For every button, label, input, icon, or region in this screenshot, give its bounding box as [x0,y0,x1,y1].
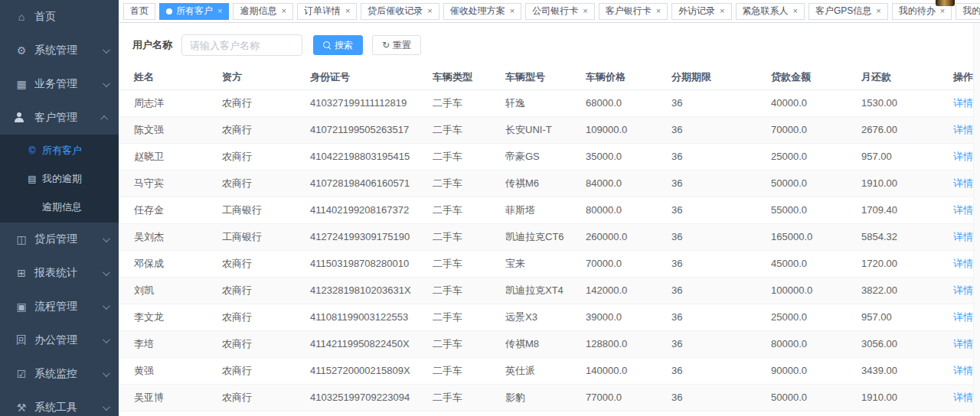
table-scrollbar-gutter[interactable] [973,23,980,416]
close-tab-icon[interactable]: × [656,7,661,15]
detail-link[interactable]: 详情 [953,177,973,189]
cell-term: 36 [656,277,756,304]
cell-id_number: 412724199309175190 [295,223,417,250]
detail-link[interactable]: 详情 [953,284,973,296]
sidebar-item-label: 贷后管理 [34,232,103,246]
tab-4[interactable]: 贷后催收记录× [361,3,439,20]
cell-vehicle_price: 70000.0 [570,250,656,277]
cell-name: 吴亚博 [119,384,207,411]
sidebar-item-label: 系统监控 [34,367,103,381]
sidebar-subitem-0[interactable]: ©所有客户 [0,136,119,164]
cell-name: 周志洋 [119,89,207,116]
detail-link[interactable]: 详情 [953,392,973,403]
sidebar-item-1[interactable]: ⚙系统管理 [0,34,119,67]
close-tab-icon[interactable]: × [427,7,432,15]
tab-8[interactable]: 外访记录× [671,3,731,20]
cell-loan_amount: 45000.0 [756,250,846,277]
cell-vehicle_model: 英仕派 [490,357,570,384]
tab-2[interactable]: 逾期信息× [233,3,292,20]
close-tab-icon[interactable]: × [720,7,724,15]
cell-bank: 农商行 [207,357,295,384]
close-tab-icon[interactable]: × [281,7,286,15]
detail-link[interactable]: 详情 [953,97,973,109]
sidebar-item-4[interactable]: ◫贷后管理 [0,223,119,256]
tab-9[interactable]: 紧急联系人× [736,3,805,20]
tab-0[interactable]: 首页 [123,3,155,20]
chevron-down-icon [103,80,110,87]
cell-monthly_payment: 1720.00 [846,250,938,277]
cell-name: 吴刘杰 [119,223,207,250]
detail-link[interactable]: 详情 [953,204,973,216]
tab-7[interactable]: 客户银行卡× [599,3,668,20]
close-tab-icon[interactable]: × [345,7,350,15]
close-tab-icon[interactable]: × [793,7,798,15]
close-tab-icon[interactable]: × [217,7,222,15]
sidebar-subitem-2[interactable]: 逾期信息 [0,193,119,221]
close-tab-icon[interactable]: × [583,7,587,15]
dashboard-icon: ⌂ [14,11,29,23]
table-row: 李文龙农商行411081199003122553二手车远景X339000.036… [119,304,980,330]
tab-3[interactable]: 订单详情× [297,3,357,20]
sidebar: ⌂首页⚙系统管理▦业务管理客户管理©所有客户▤我的逾期逾期信息◫贷后管理⊞报表统… [0,0,119,416]
sidebar-item-7[interactable]: 回办公管理 [0,323,119,357]
cell-name: 陈文强 [119,116,207,143]
close-tab-icon[interactable]: × [510,7,514,15]
table-row: 周志洋农商行410327199111112819二手车轩逸68000.03640… [119,89,980,116]
tab-label: 外访记录 [678,5,715,18]
table-row: 吴亚博农商行410325199709223094二手车影豹77000.03650… [119,384,980,411]
columns-icon: ◫ [14,233,29,245]
cell-loan_amount: 70000.0 [756,116,846,143]
table-row: 邓保成农商行411503198708280010二手车宝来70000.03645… [119,250,980,277]
cell-bank: 农商行 [207,330,295,357]
detail-link[interactable]: 详情 [953,311,973,323]
tab-5[interactable]: 催收处理方案× [443,3,521,20]
reset-button[interactable]: ↻ 重置 [372,35,421,55]
tab-10[interactable]: 客户GPS信息× [808,3,888,20]
sidebar-item-9[interactable]: ⚒系统工具 [0,391,119,416]
sidebar-item-6[interactable]: ▣流程管理 [0,290,119,323]
cell-bank: 农商行 [207,116,295,143]
tool-icon: ⚒ [14,401,29,414]
detail-link[interactable]: 详情 [953,231,973,242]
cell-name: 李培 [119,330,207,357]
close-tab-icon[interactable]: × [940,7,945,15]
sidebar-item-label: 首页 [34,10,111,24]
cell-loan_amount: 40000.0 [756,89,846,116]
sidebar-item-0[interactable]: ⌂首页 [0,0,119,34]
close-tab-icon[interactable]: × [876,7,880,15]
reset-button-label: 重置 [393,39,411,52]
cell-monthly_payment: 3439.00 [846,357,938,384]
tab-1[interactable]: 所有客户× [159,3,229,20]
cell-monthly_payment: 957.00 [846,143,938,170]
sidebar-item-label: 办公管理 [34,333,103,347]
cell-term: 36 [656,357,756,384]
search-button[interactable]: 搜索 [313,35,363,55]
sidebar-item-8[interactable]: ☑系统监控 [0,357,119,391]
detail-link[interactable]: 详情 [953,124,973,135]
cell-bank: 工商银行 [207,197,295,223]
book-icon: ▤ [25,174,39,184]
cell-name: 王明辉 [119,411,207,416]
cell-loan_amount: 25000.0 [756,143,846,170]
detail-link[interactable]: 详情 [953,365,973,376]
tab-12[interactable]: 我的流程× [956,3,980,20]
sidebar-subitem-label: 所有客户 [42,144,82,158]
tab-6[interactable]: 公司银行卡× [525,3,594,20]
detail-link[interactable]: 详情 [953,338,973,349]
sidebar-item-2[interactable]: ▦业务管理 [0,67,119,101]
table-row: 马守宾农商行410728198406160571二手车传祺M684000.036… [119,170,980,197]
unknown-artifact [936,0,955,6]
sidebar-subitem-1[interactable]: ▤我的逾期 [0,164,119,193]
table-row: 李培农商行41142119950822450X二手车传祺M8128800.036… [119,330,980,357]
sidebar-subitem-label: 逾期信息 [42,200,82,214]
detail-link[interactable]: 详情 [953,258,973,269]
cell-loan_amount: 40000.0 [756,411,846,416]
search-input[interactable] [181,34,302,56]
sidebar-menu: ⌂首页⚙系统管理▦业务管理客户管理©所有客户▤我的逾期逾期信息◫贷后管理⊞报表统… [0,0,119,416]
detail-link[interactable]: 详情 [953,151,973,162]
sidebar-item-3[interactable]: 客户管理 [0,101,119,135]
active-tab-dot [166,8,172,15]
cell-loan_amount: 55000.0 [756,197,846,223]
sidebar-item-5[interactable]: ⊞报表统计 [0,256,119,290]
cell-bank: 工商银行 [207,223,295,250]
